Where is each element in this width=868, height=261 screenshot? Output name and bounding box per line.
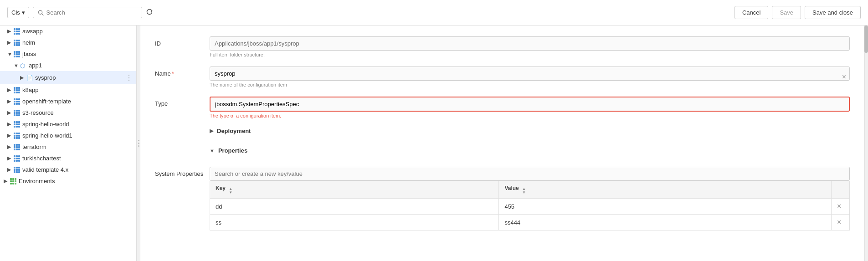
delete-cell: × [832, 199, 850, 215]
grid-icon [14, 133, 20, 139]
sidebar-item-label: awsapp [22, 28, 133, 35]
clear-name-button[interactable]: × [842, 73, 846, 81]
properties-spacer [155, 147, 210, 151]
app-container: Cls ▾ Cancel Save Save and close [0, 0, 868, 261]
delete-row-button[interactable]: × [837, 202, 841, 210]
content-area: ID Full item folder structure. Name* × T… [140, 26, 864, 261]
save-button[interactable]: Save [772, 6, 801, 19]
sidebar: ▶ awsapp ▶ helm ▼ jboss ▼ ⬡ app1 ▶ [0, 26, 137, 261]
save-close-button[interactable]: Save and close [805, 6, 861, 19]
kv-table: Key ▲▼ Value ▲▼ dd [210, 181, 850, 230]
grid-icon [14, 87, 20, 93]
value-column-header[interactable]: Value ▲▼ [499, 181, 832, 199]
system-props-row: System Properties Key ▲▼ Value [155, 167, 850, 230]
sidebar-item-label: Environments [19, 178, 133, 184]
sidebar-item-jboss[interactable]: ▼ jboss [0, 48, 136, 60]
svg-line-1 [41, 14, 43, 15]
cancel-button[interactable]: Cancel [734, 6, 768, 19]
sidebar-item-openshift-template[interactable]: ▶ openshift-template [0, 96, 136, 107]
search-input[interactable] [46, 9, 137, 16]
expand-arrow: ▶ [7, 167, 14, 173]
expand-arrow: ▶ [7, 40, 14, 46]
key-column-header[interactable]: Key ▲▼ [210, 181, 499, 199]
actions-column-header [832, 181, 850, 199]
sidebar-item-label: openshift-template [22, 98, 133, 105]
grid-icon [14, 110, 20, 116]
grid-icon [14, 167, 20, 173]
refresh-button[interactable] [146, 8, 153, 17]
type-label: Type [155, 97, 210, 107]
id-input[interactable] [210, 36, 850, 51]
divider-dots [138, 140, 139, 147]
name-input[interactable] [210, 67, 850, 81]
sidebar-item-label: s3-resource [22, 109, 133, 116]
sidebar-item-spring-hello-world[interactable]: ▶ spring-hello-world [0, 118, 136, 130]
expand-arrow: ▶ [7, 121, 14, 127]
table-row: dd 455 × [210, 199, 850, 215]
sidebar-item-app1[interactable]: ▼ ⬡ app1 [0, 60, 136, 71]
deployment-spacer [155, 128, 210, 131]
properties-row: ▼ Properties [155, 147, 850, 158]
expand-arrow: ▶ [7, 110, 14, 116]
sidebar-item-helm[interactable]: ▶ helm [0, 37, 136, 48]
delete-cell: × [832, 215, 850, 230]
sidebar-item-valid-template[interactable]: ▶ valid template 4.x [0, 164, 136, 175]
sidebar-item-environments[interactable]: ▶ Environments [0, 175, 136, 187]
name-label: Name* [155, 67, 210, 77]
cube-icon: ⬡ [20, 62, 26, 69]
deployment-row: ▶ Deployment [155, 128, 850, 138]
deployment-chevron: ▶ [210, 128, 213, 134]
type-field-wrapper [210, 97, 850, 112]
more-button[interactable]: ⋮ [125, 73, 133, 82]
cls-selector[interactable]: Cls ▾ [7, 7, 29, 18]
key-cell: ss [210, 215, 499, 230]
main-layout: ▶ awsapp ▶ helm ▼ jboss ▼ ⬡ app1 ▶ [0, 26, 868, 261]
id-label: ID [155, 36, 210, 47]
sidebar-resize-handle[interactable] [137, 26, 140, 261]
sidebar-item-sysprop[interactable]: ▶ 📄 sysprop ⋮ [0, 71, 136, 84]
name-field: × The name of the configuration item [210, 67, 850, 87]
grid-icon [14, 40, 20, 46]
delete-row-button[interactable]: × [837, 218, 841, 226]
kv-search-input[interactable] [210, 167, 850, 181]
sidebar-item-terraform[interactable]: ▶ terraform [0, 141, 136, 153]
grid-icon-green [10, 178, 16, 184]
sidebar-item-s3-resource[interactable]: ▶ s3-resource [0, 107, 136, 118]
grid-icon [14, 144, 20, 150]
sidebar-item-awsapp[interactable]: ▶ awsapp [0, 26, 136, 37]
sidebar-item-label: terraform [22, 143, 133, 150]
key-header-label: Key [216, 185, 226, 191]
properties-label: Properties [218, 147, 247, 154]
cls-dropdown-arrow: ▾ [22, 9, 25, 16]
key-sort-arrows[interactable]: ▲▼ [229, 187, 232, 194]
sidebar-item-label: spring-hello-world [22, 121, 133, 128]
value-sort-arrows[interactable]: ▲▼ [522, 187, 526, 194]
sidebar-item-k8app[interactable]: ▶ k8app [0, 84, 136, 96]
value-header-label: Value [504, 185, 519, 191]
properties-header[interactable]: ▼ Properties [210, 147, 850, 154]
expand-arrow: ▶ [7, 87, 14, 93]
sidebar-item-label: helm [22, 39, 133, 46]
refresh-icon [146, 8, 153, 15]
required-marker: * [172, 70, 174, 77]
type-input[interactable] [211, 97, 849, 111]
sidebar-item-label: valid template 4.x [22, 166, 133, 173]
id-hint: Full item folder structure. [210, 52, 850, 57]
file-icon: 📄 [26, 75, 33, 81]
value-cell: 455 [499, 199, 832, 215]
deployment-header[interactable]: ▶ Deployment [210, 128, 850, 134]
type-hint: The type of a configuration item. [210, 113, 850, 118]
top-bar-right: Cancel Save Save and close [734, 6, 861, 19]
properties-section: ▼ Properties [210, 147, 850, 158]
top-bar: Cls ▾ Cancel Save Save and close [0, 0, 868, 26]
sidebar-item-spring-hello-world1[interactable]: ▶ spring-hello-world1 [0, 130, 136, 141]
key-cell: dd [210, 199, 499, 215]
expand-arrow: ▼ [14, 63, 20, 68]
table-row: ss ss444 × [210, 215, 850, 230]
grid-icon [14, 155, 20, 162]
deployment-label: Deployment [217, 128, 251, 134]
grid-icon [14, 98, 20, 105]
sidebar-item-turkishchartest[interactable]: ▶ turkishchartest [0, 153, 136, 164]
deployment-section: ▶ Deployment [210, 128, 850, 138]
search-bar [33, 7, 142, 18]
